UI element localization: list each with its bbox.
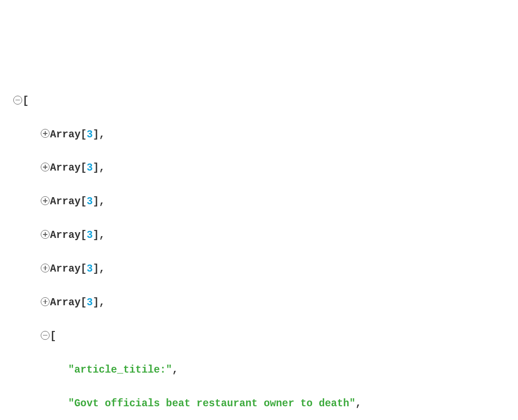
json-string: "article_titile:" <box>68 364 172 376</box>
array-size: 3 <box>87 196 93 207</box>
expand-icon[interactable] <box>41 230 50 239</box>
array-size: 3 <box>87 162 93 174</box>
array-size: 3 <box>87 129 93 140</box>
json-viewer: [ Array[3], Array[3], Array[3], Array[3]… <box>13 76 509 420</box>
array-type-label: Array <box>50 263 81 275</box>
array-type-label: Array <box>50 297 81 308</box>
open-bracket: [ <box>50 331 56 342</box>
expand-icon[interactable] <box>41 196 50 205</box>
json-string: "Govt officials beat restaurant owner to… <box>68 398 356 409</box>
expand-icon[interactable] <box>41 264 50 272</box>
array-type-label: Array <box>50 196 81 207</box>
expand-icon[interactable] <box>41 129 50 138</box>
array-type-label: Array <box>50 229 81 241</box>
array-type-label: Array <box>50 129 81 140</box>
expand-icon[interactable] <box>41 163 50 171</box>
expand-icon[interactable] <box>41 297 50 306</box>
array-size: 3 <box>87 263 93 275</box>
array-size: 3 <box>87 297 93 308</box>
collapse-icon[interactable] <box>13 96 22 105</box>
collapse-icon[interactable] <box>41 331 50 340</box>
array-type-label: Array <box>50 162 81 174</box>
array-size: 3 <box>87 229 93 241</box>
open-bracket: [ <box>23 95 29 107</box>
